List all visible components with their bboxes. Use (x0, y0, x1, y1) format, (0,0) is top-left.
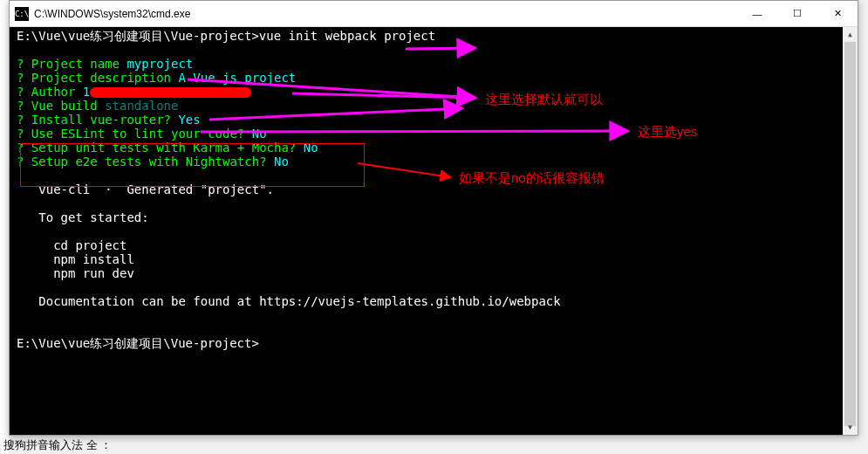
scrollbar-thumb[interactable] (844, 42, 856, 426)
question-author: ? Author 1 (17, 85, 851, 99)
cmd-window: C:\ C:\WINDOWS\system32\cmd.exe — ☐ ✕ E:… (9, 0, 858, 436)
docs-line: Documentation can be found at https://vu… (17, 294, 851, 308)
question-description: ? Project description A Vue.js project (17, 71, 851, 85)
scroll-up-icon[interactable]: ▲ (843, 27, 858, 42)
scrollbar[interactable]: ▲ ▼ (843, 27, 858, 435)
install-line: npm install (17, 252, 851, 266)
window-title: C:\WINDOWS\system32\cmd.exe (34, 8, 737, 20)
scroll-down-icon[interactable]: ▼ (843, 420, 858, 435)
question-build: ? Vue build standalone (17, 99, 851, 113)
maximize-button[interactable]: ☐ (777, 1, 817, 27)
question-eslint: ? Use ESLint to lint your code? No (17, 127, 851, 141)
prompt-line: E:\Vue\vue练习创建项目\Vue-project>vue init we… (17, 29, 851, 43)
question-router: ? Install vue-router? Yes (17, 113, 851, 127)
prompt-line-2: E:\Vue\vue练习创建项目\Vue-project> (17, 336, 851, 350)
titlebar[interactable]: C:\ C:\WINDOWS\system32\cmd.exe — ☐ ✕ (10, 1, 858, 27)
terminal-body[interactable]: E:\Vue\vue练习创建项目\Vue-project>vue init we… (10, 27, 858, 435)
question-unit-tests: ? Setup unit tests with Karma + Mocha? N… (17, 141, 851, 155)
ime-bar: 搜狗拼音输入法 全 ： (0, 437, 112, 454)
get-started-line: To get started: (17, 210, 851, 224)
question-e2e-tests: ? Setup e2e tests with Nightwatch? No (17, 155, 851, 169)
close-button[interactable]: ✕ (817, 1, 858, 27)
question-project-name: ? Project name myproject (17, 57, 851, 71)
rundev-line: npm run dev (17, 266, 851, 280)
redacted-author (90, 87, 251, 98)
minimize-button[interactable]: — (737, 1, 777, 27)
cd-line: cd project (17, 238, 851, 252)
editor-gutter (0, 0, 9, 454)
window-icon: C:\ (15, 7, 29, 21)
window-controls: — ☐ ✕ (737, 1, 858, 27)
generated-line: vue-cli · Generated "project". (17, 182, 851, 196)
